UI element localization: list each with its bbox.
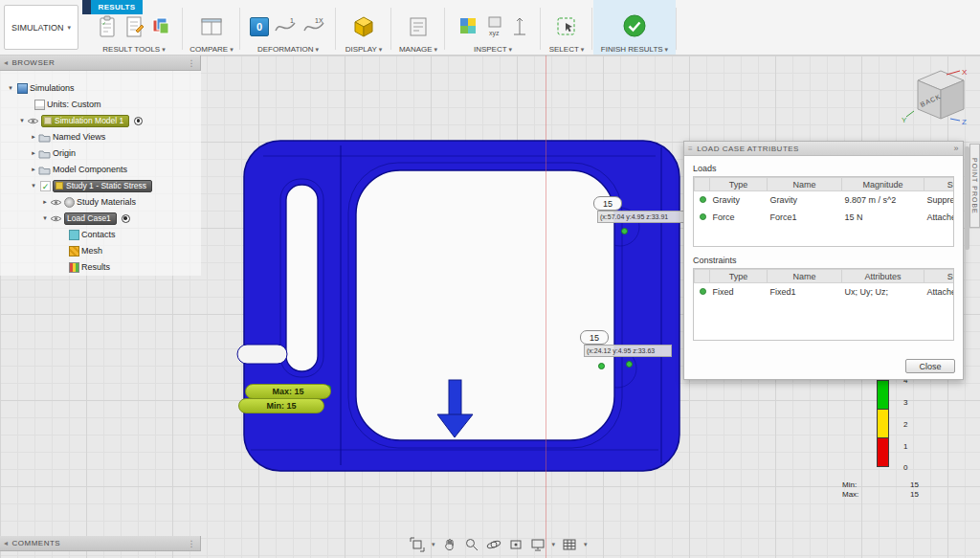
inspect-results-icon[interactable]: [457, 14, 479, 39]
group-label-display[interactable]: DISPLAY▾: [345, 45, 383, 54]
group-label-manage[interactable]: MANAGE▾: [399, 45, 437, 54]
zoom-icon[interactable]: [464, 537, 479, 552]
group-label-compare[interactable]: COMPARE▾: [189, 45, 233, 54]
col-type[interactable]: Type: [710, 178, 768, 191]
expand-arrow-icon[interactable]: ▸: [29, 149, 38, 157]
workspace-switcher[interactable]: SIMULATION ▾: [4, 5, 78, 50]
load-row-force[interactable]: Force Force1 15 N Attache: [695, 209, 955, 226]
expand-arrow-icon[interactable]: ▸: [29, 133, 38, 141]
collapse-browser-icon[interactable]: ◂: [4, 58, 9, 67]
scrollbar-thumb[interactable]: [965, 146, 969, 250]
tree-item-units[interactable]: Units: Custom: [0, 97, 201, 112]
tree-item-study[interactable]: ▾ ✓ Study 1 - Static Stress: [0, 178, 201, 193]
expand-arrow-icon[interactable]: ▾: [29, 182, 38, 190]
tree-item-results[interactable]: Results: [0, 259, 201, 275]
point-probe-tab[interactable]: POINT PROBE: [969, 144, 980, 228]
col-status[interactable]: Sta: [924, 178, 955, 191]
look-at-icon[interactable]: [508, 537, 523, 552]
panel-grip-icon[interactable]: ⋮: [188, 539, 197, 548]
legend-red-segment[interactable]: [877, 437, 889, 467]
group-label-select[interactable]: SELECT▾: [549, 45, 585, 54]
tree-item-simulation-model[interactable]: ▾ Simulation Model 1: [0, 113, 201, 128]
legend-yellow-segment[interactable]: [877, 409, 889, 438]
probe-value-marker[interactable]: 15: [580, 330, 609, 345]
group-label-inspect[interactable]: INSPECT▾: [474, 45, 512, 54]
col-status-icon[interactable]: [695, 270, 710, 283]
compare-icon[interactable]: [199, 14, 224, 39]
measure-icon[interactable]: [510, 14, 529, 39]
col-magnitude[interactable]: Magnitude: [842, 178, 924, 191]
expand-arrow-icon[interactable]: ▾: [40, 214, 50, 222]
expand-panel-icon[interactable]: »: [953, 144, 959, 153]
report-icon[interactable]: [122, 14, 145, 39]
deformation-scale-icon[interactable]: 0: [250, 17, 269, 36]
group-deformation: 0 1 1X DEFORMATION▾: [241, 13, 335, 54]
chevron-down-icon[interactable]: ▾: [432, 541, 435, 548]
manage-icon[interactable]: [407, 14, 430, 39]
constraint-row-fixed[interactable]: Fixed Fixed1 Ux; Uy; Uz; Attache: [695, 283, 955, 301]
display-settings-icon[interactable]: [530, 537, 546, 552]
expand-arrow-icon[interactable]: ▾: [17, 117, 27, 124]
dialog-header[interactable]: ≡ LOAD CASE ATTRIBUTES »: [684, 142, 963, 156]
comments-panel-header[interactable]: ◂ COMMENTS ⋮: [0, 536, 201, 551]
expand-arrow-icon[interactable]: ▾: [6, 84, 15, 92]
group-label-result-tools[interactable]: RESULT TOOLS▾: [102, 45, 165, 54]
tree-item-contacts[interactable]: Contacts: [0, 227, 201, 242]
tree-item-load-case[interactable]: ▾ Load Case1: [0, 211, 201, 226]
active-model-badge[interactable]: Simulation Model 1: [41, 115, 129, 127]
group-display: DISPLAY▾: [337, 13, 390, 54]
tree-item-model-components[interactable]: ▸ Model Components: [0, 162, 201, 177]
result-layers-icon[interactable]: [149, 14, 172, 39]
probe-value-marker[interactable]: 15: [593, 196, 622, 211]
deformation-actual-icon[interactable]: 1: [273, 15, 298, 38]
visibility-eye-icon[interactable]: [50, 214, 62, 223]
view-cube[interactable]: BACK X Y Z: [901, 65, 975, 126]
finish-results-check-icon[interactable]: [620, 13, 649, 40]
visibility-eye-icon[interactable]: [27, 117, 39, 125]
tree-item-simulations[interactable]: ▾ Simulations: [0, 80, 201, 96]
tree-item-study-materials[interactable]: ▸ Study Materials: [0, 194, 201, 210]
expand-arrow-icon[interactable]: ▸: [29, 166, 38, 173]
point-probe-icon[interactable]: xyz: [483, 14, 506, 39]
probe-point-icon[interactable]: [598, 363, 605, 369]
deformation-scaled-icon[interactable]: 1X: [301, 15, 326, 38]
group-label-deformation[interactable]: DEFORMATION▾: [257, 45, 319, 54]
probe-point-icon[interactable]: [621, 228, 628, 234]
fit-view-icon[interactable]: [410, 537, 425, 552]
select-icon[interactable]: [555, 14, 578, 39]
display-cube-icon[interactable]: [352, 14, 375, 39]
active-model-radio[interactable]: [134, 117, 143, 125]
min-result-label[interactable]: Min: 15: [238, 398, 324, 413]
col-status-icon[interactable]: [695, 178, 710, 191]
probe-point-icon[interactable]: [626, 361, 633, 368]
active-study-badge[interactable]: Study 1 - Static Stress: [53, 180, 152, 192]
tree-item-mesh[interactable]: Mesh: [0, 243, 201, 258]
col-name[interactable]: Name: [768, 270, 842, 283]
group-label-finish-results[interactable]: FINISH RESULTS▾: [601, 45, 668, 54]
pan-icon[interactable]: [442, 537, 457, 552]
max-result-label[interactable]: Max: 15: [245, 384, 331, 399]
visibility-eye-icon[interactable]: [50, 198, 62, 207]
chevron-down-icon[interactable]: ▾: [584, 541, 588, 548]
col-name[interactable]: Name: [768, 178, 842, 191]
col-attributes[interactable]: Attributes: [842, 270, 924, 283]
col-status[interactable]: Sta: [924, 270, 955, 283]
tab-results[interactable]: RESULTS: [91, 0, 143, 14]
drag-handle-icon[interactable]: ≡: [688, 145, 693, 153]
panel-grip-icon[interactable]: ⋮: [188, 58, 197, 68]
browser-panel-header[interactable]: ◂ BROWSER ⋮: [0, 56, 201, 71]
grid-settings-icon[interactable]: [562, 537, 577, 552]
close-button[interactable]: Close: [905, 359, 955, 373]
legend-green-segment[interactable]: [877, 380, 889, 410]
collapse-comments-icon[interactable]: ◂: [4, 539, 9, 547]
expand-arrow-icon[interactable]: ▸: [40, 198, 50, 206]
simulate-checklist-icon[interactable]: [96, 14, 119, 39]
tree-item-named-views[interactable]: ▸ Named Views: [0, 129, 201, 145]
active-load-case-badge[interactable]: Load Case1: [64, 212, 117, 225]
tree-item-origin[interactable]: ▸ Origin: [0, 145, 201, 161]
orbit-icon[interactable]: [486, 537, 501, 552]
chevron-down-icon[interactable]: ▾: [552, 541, 556, 548]
active-load-case-radio[interactable]: [122, 214, 130, 223]
load-row-gravity[interactable]: Gravity Gravity 9.807 m / s^2 Suppres: [695, 191, 955, 209]
col-type[interactable]: Type: [710, 270, 768, 283]
